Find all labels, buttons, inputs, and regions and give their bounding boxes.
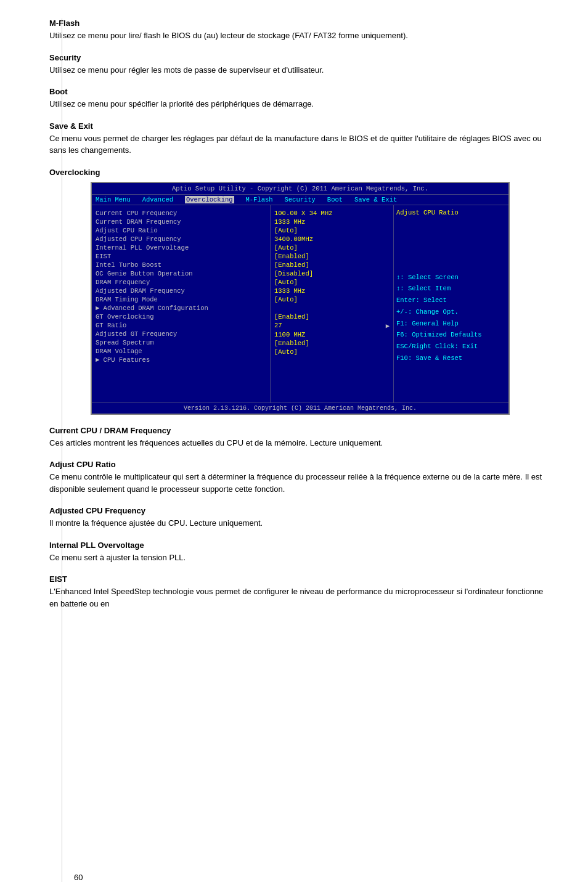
page-number: 60 [74, 873, 83, 882]
bios-val-gt-ratio: 27 ▶ [273, 321, 391, 330]
bios-item-dram-volt: DRAM Voltage [94, 347, 267, 356]
bios-val-gt-freq: 1100 MHZ [273, 330, 391, 339]
bios-val-dram-freq: 1333 MHz [273, 218, 391, 226]
section-body-adjust-cpu-ratio: Ce menu contrôle le multiplicateur qui s… [49, 471, 551, 495]
bios-val-gt-oc: [Enabled] [273, 312, 391, 321]
bios-item-eist: EIST [94, 252, 267, 261]
bios-item-turbo: Intel Turbo Boost [94, 261, 267, 269]
bios-center-panel: 100.00 X 34 MHz 1333 MHz [Auto] 3400.00M… [271, 205, 394, 402]
bios-item-adj-cpu-freq: Adjusted CPU Frequency [94, 235, 267, 243]
bios-val-adjust-cpu: [Auto] [273, 226, 391, 235]
bios-val-dram-volt: [Auto] [273, 348, 391, 356]
bios-val-oc-genie: [Disabled] [273, 269, 391, 278]
help-select-item: ↕: Select Item [396, 283, 506, 295]
bios-title-bar: Aptio Setup Utility - Copyright (C) 2011… [92, 183, 508, 195]
bios-help-text: ↕: Select Screen ↕: Select Item Enter: S… [396, 269, 506, 364]
section-body-m-flash: Utilisez ce menu pour lire/ flash le BIO… [49, 30, 551, 42]
section-title-eist: EIST [49, 574, 551, 584]
bios-item-dram-timing: DRAM Timing Mode [94, 295, 267, 304]
section-title-security: Security [49, 53, 551, 62]
bios-val-turbo: [Enabled] [273, 261, 391, 269]
menu-security: Security [285, 196, 316, 203]
bios-left-panel: Current CPU Frequency Current DRAM Frequ… [92, 205, 271, 402]
menu-boot: Boot [327, 196, 343, 203]
bios-val-dram-timing: [Auto] [273, 295, 391, 304]
bios-val-adj-dram: 1333 MHz [273, 287, 391, 295]
help-f6: F6: Optimized Defaults [396, 329, 506, 341]
bios-menu-bar: Main Menu Advanced Overclocking M-Flash … [92, 195, 508, 205]
menu-save-exit: Save & Exit [354, 196, 397, 203]
help-change-opt: +/-: Change Opt. [396, 306, 506, 318]
bios-item-adv-dram: ► Advanced DRAM Configuration [94, 304, 267, 312]
bios-val-pll: [Auto] [273, 243, 391, 252]
menu-main: Main Menu [96, 196, 131, 203]
bios-item-dram-freq: Current DRAM Frequency [94, 218, 267, 226]
bios-val-cpu-feat [273, 356, 391, 365]
section-body-boot: Utilisez ce menu pour spécifier la prior… [49, 98, 551, 110]
bios-item-pll: Internal PLL Overvoltage [94, 243, 267, 252]
bios-item-gt-ratio: GT Ratio [94, 321, 267, 330]
bios-footer: Version 2.13.1216. Copyright (C) 2011 Am… [92, 402, 508, 414]
menu-mflash: M-Flash [245, 196, 272, 203]
bios-val-cpu-freq: 100.00 X 34 MHz [273, 209, 391, 218]
bios-right-panel: Adjust CPU Ratio ↕: Select Screen ↕: Sel… [394, 205, 508, 402]
menu-advanced: Advanced [142, 196, 173, 203]
bios-right-title: Adjust CPU Ratio [396, 209, 506, 216]
help-select-screen: ↕: Select Screen [396, 272, 506, 284]
bios-val-adj-cpu-freq: 3400.00MHz [273, 235, 391, 243]
bios-item-dram-frq: DRAM Frequency [94, 278, 267, 287]
bios-item-gt-freq: Adjusted GT Frequency [94, 330, 267, 338]
help-enter-select: Enter: Select [396, 295, 506, 306]
bios-val-eist: [Enabled] [273, 252, 391, 261]
bios-item-adjust-cpu: Adjust CPU Ratio [94, 226, 267, 235]
help-esc: ESC/Right Click: Exit [396, 341, 506, 353]
section-title-internal-pll: Internal PLL Overvoltage [49, 541, 551, 550]
section-title-cpu-dram-freq: Current CPU / DRAM Frequency [49, 426, 551, 435]
bios-item-gt-oc: GT Overclocking [94, 312, 267, 321]
section-title-m-flash: M-Flash [49, 18, 551, 28]
left-border [62, 18, 62, 882]
help-f10: F10: Save & Reset [396, 353, 506, 364]
section-body-eist: L'Enhanced Intel SpeedStep technologie v… [49, 586, 551, 610]
bios-val-spread: [Enabled] [273, 339, 391, 348]
bios-val-dram-frq: [Auto] [273, 278, 391, 287]
section-body-security: Utilisez ce menu pour régler les mots de… [49, 64, 551, 76]
section-title-save-exit: Save & Exit [49, 121, 551, 131]
section-title-adjust-cpu-ratio: Adjust CPU Ratio [49, 460, 551, 469]
bios-item-adj-dram: Adjusted DRAM Frequency [94, 287, 267, 295]
bios-screenshot: Aptio Setup Utility - Copyright (C) 2011… [91, 182, 510, 415]
section-body-save-exit: Ce menu vous permet de charger les régla… [49, 133, 551, 157]
section-body-internal-pll: Ce menu sert à ajuster la tension PLL. [49, 552, 551, 564]
overclocking-label: Overclocking [49, 168, 551, 177]
bios-item-cpu-feat: ► CPU Features [94, 356, 267, 364]
section-title-boot: Boot [49, 87, 551, 96]
bios-item-oc-genie: OC Genie Button Operation [94, 269, 267, 278]
bios-val-adv-dram [273, 304, 391, 312]
bios-main-panel: Current CPU Frequency Current DRAM Frequ… [92, 205, 508, 402]
section-body-cpu-dram-freq: Ces articles montrent les fréquences act… [49, 437, 551, 449]
menu-overclocking: Overclocking [185, 196, 234, 203]
section-title-adjusted-cpu-freq: Adjusted CPU Frequency [49, 506, 551, 515]
bios-item-cpu-freq: Current CPU Frequency [94, 209, 267, 218]
section-body-adjusted-cpu-freq: Il montre la fréquence ajustée du CPU. L… [49, 517, 551, 529]
help-f1: F1: General Help [396, 318, 506, 330]
cursor-icon: ▶ [386, 322, 390, 330]
bios-item-spread: Spread Spectrum [94, 338, 267, 347]
